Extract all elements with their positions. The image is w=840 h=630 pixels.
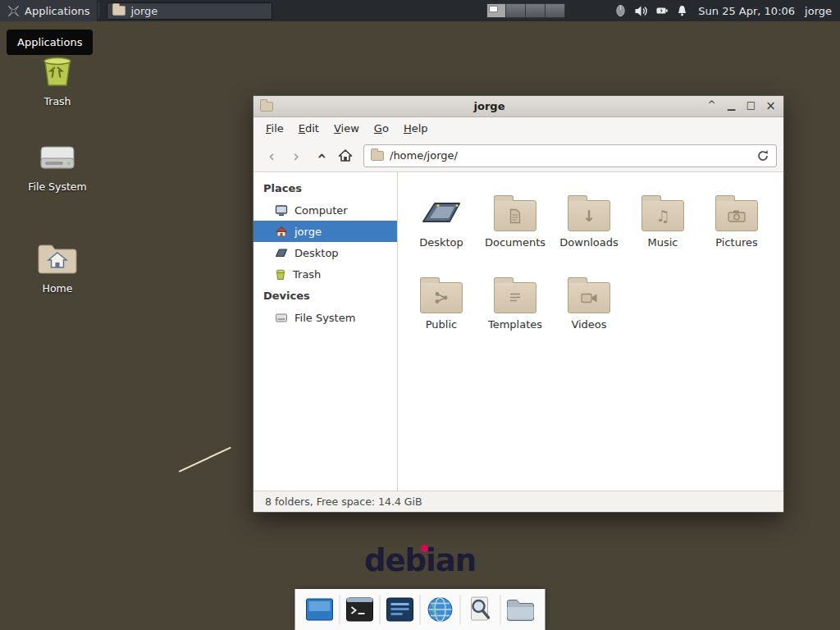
show-desktop-launcher[interactable] xyxy=(302,591,338,628)
desktop-icon xyxy=(275,247,288,258)
workspace-3[interactable] xyxy=(526,3,546,18)
file-item-public[interactable]: Public xyxy=(404,264,478,346)
terminal-icon xyxy=(345,596,375,623)
dock-separator xyxy=(380,595,381,624)
desktop-icon-file-system[interactable]: File System xyxy=(18,141,97,193)
places-header: Places xyxy=(253,177,397,199)
workspace-1[interactable] xyxy=(486,3,506,18)
mouse-icon[interactable] xyxy=(614,4,627,17)
computer-icon xyxy=(275,204,288,217)
titlebar[interactable]: jorge ^ ▁ □ × xyxy=(253,96,783,117)
file-item-label: Music xyxy=(648,236,678,249)
desktop-folder-icon xyxy=(420,194,463,231)
trash-icon xyxy=(39,51,76,89)
file-manager-window: jorge ^ ▁ □ × File Edit View Go Help ‹ ›… xyxy=(253,95,784,513)
sidebar-item-desktop[interactable]: Desktop xyxy=(253,242,397,263)
folder-icon: ↓ xyxy=(568,200,610,231)
forward-button[interactable]: › xyxy=(285,145,308,167)
camera-emblem-icon xyxy=(728,209,746,222)
up-button[interactable]: › xyxy=(309,145,332,167)
maximize-button[interactable]: □ xyxy=(745,100,757,112)
file-item-desktop[interactable]: Desktop xyxy=(404,182,478,264)
menu-edit[interactable]: Edit xyxy=(291,119,326,138)
shade-button[interactable]: ^ xyxy=(705,100,718,112)
dock-separator xyxy=(460,595,461,624)
file-item-pictures[interactable]: Pictures xyxy=(700,182,774,264)
home-button[interactable] xyxy=(334,145,357,167)
close-button[interactable]: × xyxy=(765,100,777,112)
web-browser-launcher[interactable] xyxy=(422,591,459,628)
folder-icon xyxy=(568,282,610,313)
workspace-pager xyxy=(486,3,565,18)
back-button[interactable]: ‹ xyxy=(260,145,283,167)
file-manager-launcher[interactable] xyxy=(503,591,539,628)
folder-icon xyxy=(494,282,536,313)
sidebar-item-label: Trash xyxy=(293,268,321,281)
dock-separator xyxy=(420,595,421,624)
trash-icon xyxy=(275,268,286,281)
file-item-videos[interactable]: Videos xyxy=(552,264,626,346)
devices-header: Devices xyxy=(253,285,397,307)
workspace-window-thumb xyxy=(489,6,498,12)
power-icon[interactable] xyxy=(655,5,669,16)
file-item-music[interactable]: ♫ Music xyxy=(626,182,700,264)
menubar: File Edit View Go Help xyxy=(253,117,783,139)
file-item-label: Desktop xyxy=(419,236,463,249)
window-title: jorge xyxy=(278,100,701,112)
sidebar-item-file-system[interactable]: File System xyxy=(253,307,397,328)
sidebar-item-label: Desktop xyxy=(294,247,339,259)
debian-logo: debian xyxy=(0,543,840,578)
notifications-bell-icon[interactable] xyxy=(676,4,688,17)
window-content: Places Computer jorge xyxy=(253,172,783,491)
clock[interactable]: Sun 25 Apr, 10:06 xyxy=(698,5,795,17)
file-item-label: Downloads xyxy=(559,236,618,249)
menu-file[interactable]: File xyxy=(258,119,291,138)
templates-emblem-icon xyxy=(509,291,522,304)
dock-separator xyxy=(500,595,501,624)
menu-help[interactable]: Help xyxy=(396,119,436,138)
workspace-2[interactable] xyxy=(506,3,526,18)
menu-view[interactable]: View xyxy=(326,119,367,138)
applications-menu-button[interactable]: Applications xyxy=(0,0,97,21)
places-sidebar: Places Computer jorge xyxy=(253,172,398,491)
reload-icon[interactable] xyxy=(756,149,769,162)
minimize-button[interactable]: ▁ xyxy=(725,100,737,112)
toolbar: ‹ › › /home/jorge/ xyxy=(253,139,783,172)
sidebar-item-trash[interactable]: Trash xyxy=(253,263,397,285)
terminal-launcher[interactable] xyxy=(342,591,378,628)
statusbar: 8 folders, Free space: 14.4 GiB xyxy=(253,491,783,512)
taskbar-window-button[interactable]: jorge xyxy=(107,2,272,20)
app-finder-launcher[interactable] xyxy=(463,591,499,628)
download-arrow-icon: ↓ xyxy=(582,208,596,224)
path-bar[interactable]: /home/jorge/ xyxy=(363,144,777,167)
top-panel: Applications jorge Sun 25 Apr, 10:06 jor… xyxy=(0,0,840,21)
file-item-label: Videos xyxy=(571,318,606,331)
file-item-label: Documents xyxy=(485,236,546,249)
file-item-downloads[interactable]: ↓ Downloads xyxy=(552,182,626,264)
desktop-icon-trash[interactable]: Trash xyxy=(18,51,97,107)
applications-menu-label: Applications xyxy=(25,5,89,17)
sidebar-item-computer[interactable]: Computer xyxy=(253,199,397,221)
menu-go[interactable]: Go xyxy=(367,119,396,138)
folder-icon xyxy=(494,200,536,231)
file-item-label: Pictures xyxy=(715,236,757,249)
file-item-documents[interactable]: Documents xyxy=(478,182,552,264)
desktop-icon-home[interactable]: Home xyxy=(18,241,97,294)
drive-icon xyxy=(39,141,76,174)
magnifier-icon xyxy=(466,596,495,623)
dock-separator xyxy=(340,595,340,624)
window-folder-icon xyxy=(260,102,273,112)
desktop-icon-label: Home xyxy=(18,282,97,294)
workspace-4[interactable] xyxy=(546,3,565,18)
panel-separator xyxy=(98,3,103,18)
sidebar-item-jorge[interactable]: jorge xyxy=(253,221,397,242)
folder-icon xyxy=(420,282,463,313)
debian-swirl-icon xyxy=(421,545,428,552)
volume-icon[interactable] xyxy=(634,5,648,17)
file-item-templates[interactable]: Templates xyxy=(478,264,552,346)
tooltip-text: Applications xyxy=(17,36,82,48)
share-emblem-icon xyxy=(434,290,449,305)
file-item-label: Public xyxy=(426,318,457,331)
file-view: Desktop Documents xyxy=(398,172,783,491)
text-editor-launcher[interactable] xyxy=(382,591,418,628)
